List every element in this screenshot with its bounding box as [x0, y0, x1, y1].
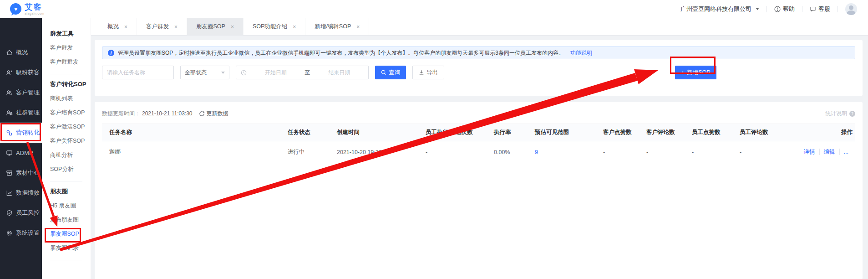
customer-service-button[interactable]: 客服: [810, 5, 830, 13]
col-task-name: 任务名称: [102, 124, 284, 141]
refresh-icon: [199, 111, 205, 117]
shield-check-icon: [6, 210, 13, 217]
submenu-item-sop-analysis[interactable]: SOP分析: [50, 162, 91, 176]
task-name-input[interactable]: [102, 66, 174, 79]
cell-task-status: 进行中: [284, 141, 333, 163]
update-row: 数据更新时间： 2021-10-21 11:03:30 更新数据 统计说明 ?: [102, 108, 855, 119]
tab-sop-intro[interactable]: SOP功能介绍×: [244, 18, 305, 35]
stats-explanation[interactable]: 统计说明 ?: [825, 110, 855, 118]
sidebar-item-acquisition[interactable]: 吸粉获客: [0, 62, 42, 83]
divider: [50, 74, 82, 74]
close-tab-icon[interactable]: ×: [124, 24, 127, 30]
date-separator: 至: [305, 69, 310, 77]
col-visible-range: 预估可见范围: [531, 124, 599, 141]
submenu-item-moments-records[interactable]: 朋友圈记录: [50, 241, 91, 255]
submenu-item-h5-moments[interactable]: H5 朋友圈: [50, 199, 91, 213]
edit-link[interactable]: 编辑: [819, 149, 839, 155]
col-customer-comments: 客户评论数: [643, 124, 688, 141]
submenu-item-publish-moments[interactable]: 发布朋友圈: [50, 213, 91, 227]
sidebar-item-performance[interactable]: 数据绩效: [0, 183, 42, 203]
submenu-section-mass-send: 群发工具: [50, 29, 91, 41]
status-select[interactable]: 全部状态: [180, 66, 229, 79]
tab-bar: 概况× 客户群发× 朋友圈SOP× SOP功能介绍× 新增/编辑SOP×: [91, 18, 868, 36]
tab-edit-sop[interactable]: 新增/编辑SOP×: [305, 18, 369, 35]
cell-exec-count: -: [422, 141, 490, 163]
app-logo: ♥ 艾客 aiagain.com: [10, 3, 44, 15]
refresh-data-button[interactable]: 更新数据: [199, 110, 228, 118]
col-created-time: 创建时间: [333, 124, 422, 141]
add-sop-button[interactable]: + 新增SOP: [675, 66, 716, 79]
plus-icon: +: [681, 69, 685, 76]
divider: [802, 6, 802, 12]
main-content: 概况× 客户群发× 朋友圈SOP× SOP功能介绍× 新增/编辑SOP× i 管…: [91, 18, 868, 279]
detail-link[interactable]: 详情: [800, 149, 819, 155]
col-task-status: 任务状态: [284, 124, 333, 141]
user-avatar[interactable]: [845, 3, 857, 15]
users-icon: [6, 89, 13, 96]
sidebar-item-settings[interactable]: 系统设置: [0, 223, 42, 243]
submenu-item-opportunity-analysis[interactable]: 商机分析: [50, 148, 91, 162]
sidebar-item-risk-control[interactable]: 员工风控: [0, 203, 42, 223]
col-staff-comments: 员工评论数: [736, 124, 795, 141]
search-icon: [381, 70, 386, 75]
chevron-down-icon: [221, 72, 225, 74]
info-banner: i 管理员设置朋友圈SOP，定时推送至执行员工企业微信，员工在企业微信手机端即可…: [102, 46, 855, 59]
sidebar-item-admp[interactable]: ADMP: [0, 143, 42, 163]
date-range-picker[interactable]: 开始日期 至 结束日期: [236, 66, 369, 79]
info-circle-icon: [774, 6, 781, 12]
submenu-item-customer-send[interactable]: 客户群发: [50, 41, 91, 55]
company-selector[interactable]: 广州壹豆网络科技有限公司: [680, 5, 759, 13]
sidebar-item-overview[interactable]: 概况: [0, 42, 42, 62]
cell-exec-rate: 0.00%: [490, 141, 531, 163]
submenu-item-care-sop[interactable]: 客户关怀SOP: [50, 134, 91, 148]
cell-created-time: 2021-10-20 19:26:20: [333, 141, 422, 163]
close-tab-icon[interactable]: ×: [293, 24, 296, 30]
help-button[interactable]: 帮助: [774, 5, 795, 13]
table-row: 迦娜 进行中 2021-10-20 19:26:20 - 0.00% 9 - -…: [102, 141, 855, 163]
feature-description-link[interactable]: 功能说明: [570, 49, 592, 57]
visible-range-link[interactable]: 9: [535, 149, 538, 155]
submenu-section-moments: 朋友圈: [50, 187, 91, 199]
chat-bubble-icon: [810, 6, 816, 12]
update-time-label: 数据更新时间：: [102, 110, 140, 118]
sidebar-item-marketing-conversion[interactable]: 营销转化: [0, 123, 42, 143]
submenu-item-moments-sop[interactable]: 朋友圈SOP: [50, 227, 91, 241]
logo-text: 艾客: [25, 3, 44, 11]
cell-task-name: 迦娜: [102, 141, 284, 163]
cell-customer-comments: -: [643, 141, 688, 163]
divider: [766, 6, 767, 12]
divider: [50, 260, 82, 260]
col-actions: 操作: [795, 124, 855, 141]
sidebar-item-groups[interactable]: 社群管理: [0, 103, 42, 123]
sidebar-item-materials[interactable]: 素材中心: [0, 163, 42, 183]
submenu-item-group-send[interactable]: 客户群群发: [50, 55, 91, 69]
gear-icon: [6, 230, 13, 237]
tab-overview[interactable]: 概况×: [98, 18, 137, 35]
end-date-placeholder: 结束日期: [315, 69, 364, 77]
close-tab-icon[interactable]: ×: [356, 24, 360, 30]
sop-table: 任务名称 任务状态 创建时间 员工执行/推送次数 执行率 预估可见范围 客户点赞…: [102, 124, 855, 163]
submenu-item-nurture-sop[interactable]: 客户培育SOP: [50, 106, 91, 120]
filter-panel: i 管理员设置朋友圈SOP，定时推送至执行员工企业微信，员工在企业微信手机端即可…: [95, 40, 863, 96]
search-button[interactable]: 查询: [375, 66, 406, 79]
close-tab-icon[interactable]: ×: [231, 24, 234, 30]
download-icon: [419, 70, 424, 75]
clock-icon: [241, 70, 247, 76]
data-panel: 数据更新时间： 2021-10-21 11:03:30 更新数据 统计说明 ? …: [95, 102, 863, 279]
submenu-item-opportunity-list[interactable]: 商机列表: [50, 92, 91, 106]
company-name: 广州壹豆网络科技有限公司: [680, 5, 751, 13]
banner-text: 管理员设置朋友圈SOP，定时推送至执行员工企业微信，员工在企业微信手机端即可一键…: [118, 49, 564, 57]
more-actions-link[interactable]: ...: [839, 149, 853, 155]
export-button[interactable]: 导出: [412, 66, 444, 79]
tab-customer-send[interactable]: 客户群发×: [137, 18, 187, 35]
sidebar-item-customers[interactable]: 客户管理: [0, 83, 42, 103]
caret-down-icon: [756, 8, 759, 10]
close-tab-icon[interactable]: ×: [174, 24, 178, 30]
question-icon: ?: [849, 111, 855, 117]
tab-moments-sop[interactable]: 朋友圈SOP×: [187, 18, 244, 35]
line-chart-icon: [6, 190, 13, 196]
submenu-item-activate-sop[interactable]: 客户激活SOP: [50, 120, 91, 134]
primary-sidebar: 概况 吸粉获客 客户管理 社群管理 营销转化 ADMP 素材中心 数据绩效 员工…: [0, 18, 42, 279]
archive-box-icon: [6, 170, 13, 176]
submenu-section-conversion-sop: 客户转化SOP: [50, 80, 91, 92]
